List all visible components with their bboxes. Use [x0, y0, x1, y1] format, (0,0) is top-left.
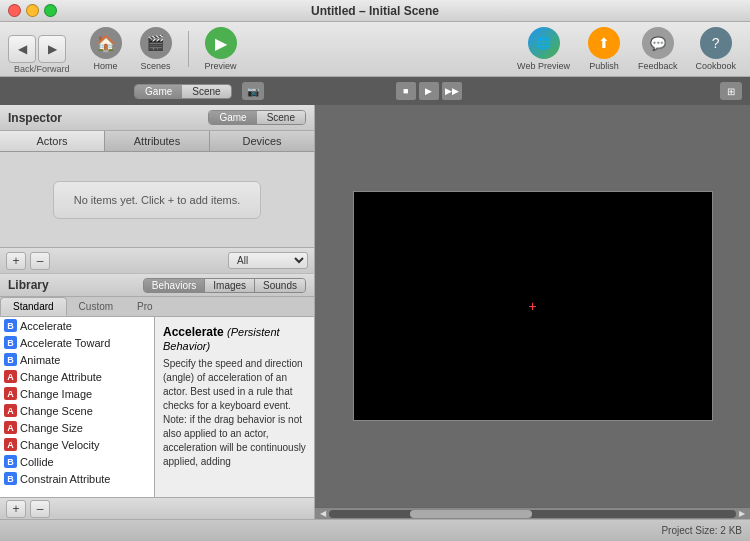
badge-b: B — [4, 472, 17, 485]
expand-btn[interactable]: ⊞ — [720, 82, 742, 100]
tab-attributes[interactable]: Attributes — [105, 131, 210, 151]
forward-button[interactable]: ▶ — [38, 35, 66, 63]
scroll-left-arrow[interactable]: ◀ — [317, 508, 329, 520]
library-detail: Accelerate (Persistent Behavior) Specify… — [155, 317, 314, 497]
inspector-add-btn[interactable]: + — [6, 252, 26, 270]
list-item[interactable]: B Collide — [0, 453, 154, 470]
badge-a: A — [4, 421, 17, 434]
window-controls[interactable] — [8, 4, 57, 17]
lib-tab-sounds[interactable]: Sounds — [255, 279, 305, 292]
back-button[interactable]: ◀ — [8, 35, 36, 63]
tab-devices[interactable]: Devices — [210, 131, 314, 151]
feedback-button[interactable]: 💬 Feedback — [632, 25, 684, 73]
fast-forward-btn[interactable]: ▶▶ — [442, 82, 462, 100]
badge-b: B — [4, 336, 17, 349]
no-items-message: No items yet. Click + to add items. — [53, 181, 262, 219]
badge-a: A — [4, 438, 17, 451]
scenes-button[interactable]: 🎬 Scenes — [134, 25, 178, 73]
game-toggle-btn[interactable]: Game — [135, 85, 182, 98]
horizontal-scrollbar[interactable]: ◀ ▶ — [315, 507, 750, 519]
stop-btn[interactable]: ■ — [396, 82, 416, 100]
feedback-label: Feedback — [638, 61, 678, 71]
scrollbar-thumb[interactable] — [410, 510, 532, 518]
list-item[interactable]: B Accelerate Toward — [0, 334, 154, 351]
scroll-right-arrow[interactable]: ▶ — [736, 508, 748, 520]
home-button[interactable]: 🏠 Home — [84, 25, 128, 73]
back-icon: ◀ — [18, 42, 27, 56]
list-item[interactable]: B Constrain Attribute — [0, 470, 154, 487]
badge-a: A — [4, 387, 17, 400]
cookbook-button[interactable]: ? Cookbook — [689, 25, 742, 73]
library-tabs[interactable]: Behaviors Images Sounds — [143, 278, 306, 293]
web-preview-label: Web Preview — [517, 61, 570, 71]
lib-tab-behaviors[interactable]: Behaviors — [144, 279, 205, 292]
left-panel: Inspector Game Scene Actors Attributes D… — [0, 105, 315, 519]
forward-icon: ▶ — [48, 42, 57, 56]
lib-remove-btn[interactable]: – — [30, 500, 50, 518]
web-preview-button[interactable]: 🌐 Web Preview — [511, 25, 576, 73]
back-forward-label: Back/Forward — [14, 64, 70, 74]
lib-add-btn[interactable]: + — [6, 500, 26, 518]
lib-detail-title: Accelerate (Persistent Behavior) — [163, 325, 306, 353]
view-bar: Game Scene 📷 ■ ▶ ▶▶ ⊞ — [0, 77, 750, 105]
camera-btn[interactable]: 📷 — [242, 82, 264, 100]
list-item[interactable]: A Change Velocity — [0, 436, 154, 453]
inspector-game-btn[interactable]: Game — [209, 111, 256, 124]
project-size-label: Project Size: 2 KB — [661, 525, 742, 536]
maximize-button[interactable] — [44, 4, 57, 17]
filter-custom[interactable]: Custom — [67, 297, 125, 316]
list-item[interactable]: B Animate — [0, 351, 154, 368]
library-body: B Accelerate B Accelerate Toward B Anima… — [0, 317, 314, 497]
scenes-label: Scenes — [141, 61, 171, 71]
badge-b: B — [4, 353, 17, 366]
game-scene-toggle[interactable]: Game Scene — [134, 84, 232, 99]
status-bar: Project Size: 2 KB — [0, 519, 750, 541]
minimize-button[interactable] — [26, 4, 39, 17]
badge-b: B — [4, 455, 17, 468]
filter-pro[interactable]: Pro — [125, 297, 165, 316]
list-item[interactable]: A Change Image — [0, 385, 154, 402]
inspector-filter-select[interactable]: All — [228, 252, 308, 269]
cookbook-label: Cookbook — [695, 61, 736, 71]
inspector-header: Inspector Game Scene — [0, 105, 314, 131]
close-button[interactable] — [8, 4, 21, 17]
list-item[interactable]: A Change Attribute — [0, 368, 154, 385]
badge-b: B — [4, 319, 17, 332]
list-item[interactable]: A Change Size — [0, 419, 154, 436]
library-title: Library — [8, 278, 49, 292]
preview-icon: ▶ — [205, 27, 237, 59]
scrollbar-track[interactable] — [329, 510, 736, 518]
inspector-remove-btn[interactable]: – — [30, 252, 50, 270]
preview-button[interactable]: ▶ Preview — [199, 25, 243, 73]
library-list: B Accelerate B Accelerate Toward B Anima… — [0, 317, 155, 497]
list-item[interactable]: A Change Scene — [0, 402, 154, 419]
filter-standard[interactable]: Standard — [0, 297, 67, 316]
lib-detail-description: Specify the speed and direction (angle) … — [163, 357, 306, 469]
inspector-game-scene-toggle[interactable]: Game Scene — [208, 110, 306, 125]
inspector-toolbar: + – All — [0, 247, 314, 273]
lib-filter-tabs: Standard Custom Pro — [0, 297, 314, 317]
game-canvas[interactable]: + — [353, 191, 713, 421]
scene-toggle-btn[interactable]: Scene — [182, 85, 230, 98]
publish-button[interactable]: ⬆ Publish — [582, 25, 626, 73]
main-layout: Inspector Game Scene Actors Attributes D… — [0, 105, 750, 519]
window-title: Untitled – Initial Scene — [311, 4, 439, 18]
inspector-tabs: Actors Attributes Devices — [0, 131, 314, 152]
play-btn[interactable]: ▶ — [419, 82, 439, 100]
toolbar-separator — [188, 31, 189, 67]
inspector-scene-btn[interactable]: Scene — [257, 111, 305, 124]
list-item[interactable]: B Accelerate — [0, 317, 154, 334]
title-bar: Untitled – Initial Scene — [0, 0, 750, 22]
inspector-content: No items yet. Click + to add items. — [0, 152, 314, 247]
lib-tab-images[interactable]: Images — [205, 279, 255, 292]
canvas-area: + ◀ ▶ — [315, 105, 750, 519]
nav-buttons: ◀ ▶ — [8, 35, 66, 63]
library-header: Library Behaviors Images Sounds — [0, 273, 314, 297]
home-label: Home — [94, 61, 118, 71]
badge-a: A — [4, 370, 17, 383]
publish-label: Publish — [589, 61, 619, 71]
crosshair: + — [528, 298, 536, 314]
cookbook-icon: ? — [700, 27, 732, 59]
tab-actors[interactable]: Actors — [0, 131, 105, 151]
toolbar: ◀ ▶ Back/Forward 🏠 Home 🎬 Scenes ▶ Previ… — [0, 22, 750, 77]
